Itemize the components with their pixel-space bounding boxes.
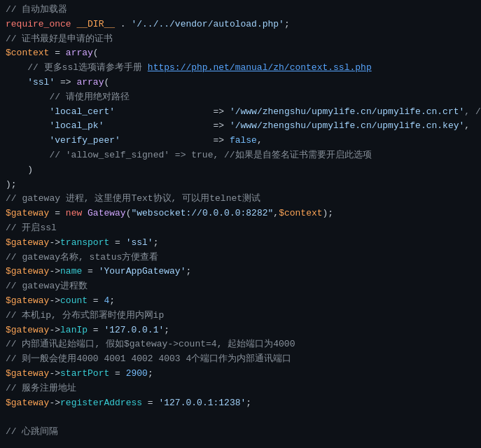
code-line-1: // 自动加载器 — [0, 3, 481, 18]
assign15: = — [49, 206, 65, 221]
comment-also: , // 也 — [464, 105, 481, 120]
code-line-24: // 内部通讯起始端口, 假如$gateway->count=4, 起始端口为4… — [0, 337, 481, 352]
arrow23: -> — [49, 323, 60, 338]
code-line-31 — [0, 440, 481, 448]
bool-false: false — [230, 134, 257, 148]
var-startport: $gateway — [6, 367, 49, 382]
string-ip: '127.0.0.1' — [104, 323, 164, 338]
assign19: = — [82, 265, 98, 279]
code-line-17: $gateway -> transport = 'ssl' ; — [0, 236, 481, 251]
paren2: ( — [104, 76, 109, 90]
dot: . — [115, 18, 131, 32]
string-ssl: 'ssl' — [27, 76, 55, 90]
arrow21: -> — [49, 294, 60, 309]
comment-gateway: // gateway 进程, 这里使用Text协议, 可以用telnet测试 — [6, 192, 260, 206]
link-ssl[interactable]: https://php.net/manual/zh/context.ssl.ph… — [148, 61, 372, 76]
keyword-require: require_once — [6, 18, 71, 32]
assign21: = — [88, 294, 104, 309]
arrow28: -> — [49, 396, 60, 411]
code-line-27: // 服务注册地址 — [0, 382, 481, 396]
arrow26: -> — [49, 367, 60, 382]
dir-const: __DIR__ — [76, 18, 115, 32]
semi23: ; — [164, 323, 169, 338]
comma10: , — [257, 134, 263, 148]
arrow19: -> — [49, 265, 60, 279]
prop-register: registerAddress — [60, 396, 142, 411]
code-line-14: // gateway 进程, 这里使用Text协议, 可以用telnet测试 — [0, 192, 481, 206]
string-name: 'YourAppGateway' — [99, 265, 186, 279]
code-line-11: // 'allow_self_signed' => true, //如果是自签名… — [0, 148, 481, 163]
code-line-21: $gateway -> count = 4 ; — [0, 294, 481, 309]
code-line-10: 'verify_peer' => false , — [0, 134, 481, 148]
code-line-3: // 证书最好是申请的证书 — [0, 32, 481, 47]
code-line-28: $gateway -> registerAddress = '127.0.0.1… — [0, 396, 481, 411]
code-line-26: $gateway -> startPort = 2900 ; — [0, 367, 481, 382]
indent9 — [6, 119, 49, 134]
semi26: ; — [148, 367, 153, 382]
comment-name: // gateway名称, status方便查看 — [6, 251, 158, 265]
string-path: '/../../vendor/autoload.php' — [131, 18, 284, 32]
comment-ssl: // 更多ssl选项请参考手册 — [6, 61, 148, 76]
prop-count: count — [60, 294, 88, 309]
semi28: ; — [246, 396, 251, 411]
string-verify: 'verify_peer' — [49, 134, 120, 148]
string-ssl2: 'ssl' — [126, 236, 153, 251]
code-line-16: // 开启ssl — [0, 221, 481, 236]
comment-heartbeat: // 心跳间隔 — [6, 425, 58, 440]
close15: ); — [323, 206, 334, 221]
semicolon: ; — [284, 18, 290, 32]
var-context: $context — [6, 46, 49, 61]
code-line-18: // gateway名称, status方便查看 — [0, 251, 481, 265]
var-lanip: $gateway — [6, 323, 49, 338]
assign17: = — [109, 236, 125, 251]
arrow17: -> — [49, 236, 60, 251]
paren15: ( — [126, 206, 132, 221]
code-line-20: // gateway进程数 — [0, 279, 481, 294]
prop-lanip: lanIp — [60, 323, 88, 338]
var-transport: $gateway — [6, 236, 49, 251]
prop-name: name — [60, 265, 82, 279]
close-array: ) — [6, 163, 33, 178]
code-line-23: $gateway -> lanIp = '127.0.0.1' ; — [0, 323, 481, 338]
var-context2: $context — [279, 206, 322, 221]
prop-startport: startPort — [60, 367, 109, 382]
indent8 — [6, 105, 49, 120]
string-local-cert: 'local_cert' — [49, 105, 115, 120]
arrow: => — [55, 76, 76, 90]
code-line-13: ); — [0, 178, 481, 192]
indent — [6, 76, 27, 90]
comment-register: // 服务注册地址 — [6, 382, 76, 396]
spaces10: => — [120, 134, 230, 148]
string-cert-path: '/www/zhengshu/upmylife.cn/upmylife.cn.c… — [230, 105, 464, 120]
func-array: array — [66, 46, 93, 61]
code-line-8: 'local_cert' => '/www/zhengshu/upmylife.… — [0, 105, 481, 120]
number-2900: 2900 — [126, 367, 148, 382]
keyword-new: new — [66, 206, 82, 221]
indent10 — [6, 134, 49, 148]
comma15: , — [273, 206, 279, 221]
code-line-29 — [0, 410, 481, 425]
spaces9: => — [104, 119, 229, 134]
spaces8: => — [115, 105, 230, 120]
assign23: = — [88, 323, 104, 338]
comment-count: // gateway进程数 — [6, 279, 88, 294]
code-editor: // 自动加载器 require_once __DIR__ . '/../../… — [0, 0, 481, 448]
comment-1: // 自动加载器 — [6, 3, 67, 18]
comment-lanip: // 本机ip, 分布式部署时使用内网ip — [6, 309, 164, 323]
comment-open-ssl: // 开启ssl — [6, 221, 57, 236]
semi17: ; — [153, 236, 159, 251]
code-line-15: $gateway = new Gateway ( "websocket://0.… — [0, 206, 481, 221]
prop-transport: transport — [60, 236, 109, 251]
code-line-22: // 本机ip, 分布式部署时使用内网ip — [0, 309, 481, 323]
assign: = — [49, 46, 65, 61]
string-key-path: '/www/zhengshu/upmylife.cn/upmylife.cn.k… — [230, 119, 464, 134]
code-line-12: ) — [0, 163, 481, 178]
code-line-9: 'local_pk' => '/www/zhengshu/upmylife.cn… — [0, 119, 481, 134]
string-local-pk: 'local_pk' — [49, 119, 104, 134]
code-line-5: // 更多ssl选项请参考手册 https://php.net/manual/z… — [0, 61, 481, 76]
semi19: ; — [186, 265, 191, 279]
code-line-19: $gateway -> name = 'YourAppGateway' ; — [0, 265, 481, 279]
func-array2: array — [76, 76, 104, 90]
comment-self-signed: // 'allow_self_signed' => true, //如果是自签名… — [6, 148, 372, 163]
close-paren: ); — [6, 178, 17, 192]
